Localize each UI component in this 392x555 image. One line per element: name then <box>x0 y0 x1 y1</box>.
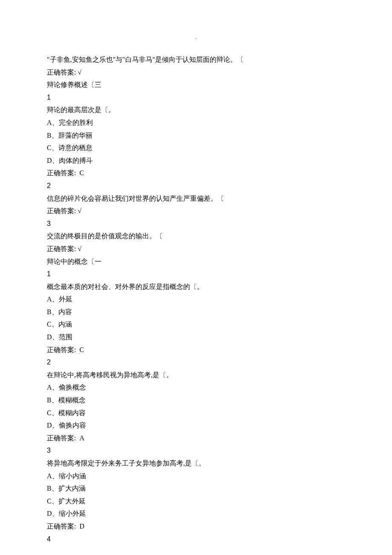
text-line: D、偷换内容 <box>47 419 345 432</box>
text-line: B、内容 <box>47 306 345 318</box>
text-line: 1 <box>47 268 345 280</box>
page-header-mark: . <box>47 34 345 40</box>
text-line: 正确答案: C <box>47 344 345 356</box>
text-line: A、外延 <box>47 293 345 306</box>
text-line: A、缩小内涵 <box>47 470 345 483</box>
text-line: 正确答案: √ <box>47 66 345 79</box>
text-line: A、完全的胜利 <box>47 116 345 129</box>
text-line: B、辞藻的华丽 <box>47 129 345 142</box>
text-line: 辩论中的概念〔一 <box>47 255 345 268</box>
document-page: . "子非鱼,安知鱼之乐也"与"白马非马"是倾向于认知层面的辩论。〔正确答案: … <box>0 0 392 555</box>
text-line: 辩论的最高层次是〔。 <box>47 104 345 116</box>
text-line: 将异地高考限定于外来务工子女异地参加高考,是〔。 <box>47 457 345 470</box>
text-line: 1 <box>47 91 345 104</box>
text-line: 辩论修养概述〔三 <box>47 78 345 91</box>
text-line: 2 <box>47 179 345 192</box>
text-line: C、模糊内容 <box>47 407 345 419</box>
text-line: 正确答案: A <box>47 432 345 445</box>
text-line: A、偷换概念 <box>47 381 345 394</box>
text-line: 信息的碎片化会容易让我们对世界的认知产生严重偏差。〔 <box>47 192 345 205</box>
text-line: 2 <box>47 356 345 369</box>
text-line: 正确答案: √ <box>47 205 345 217</box>
text-line: D、缩小外延 <box>47 507 345 520</box>
text-line: D、肉体的搏斗 <box>47 154 345 167</box>
text-line: 在辩论中,将高考移民视为异地高考,是〔。 <box>47 369 345 382</box>
text-line: 正确答案: C <box>47 167 345 179</box>
document-body: "子非鱼,安知鱼之乐也"与"白马非马"是倾向于认知层面的辩论。〔正确答案: √辩… <box>47 53 345 545</box>
text-line: C、诗意的栖息 <box>47 142 345 154</box>
text-line: 交流的终极目的是价值观念的输出。〔 <box>47 230 345 243</box>
text-line: 3 <box>47 217 345 230</box>
text-line: 3 <box>47 444 345 457</box>
text-line: D、范围 <box>47 331 345 344</box>
text-line: C、内涵 <box>47 318 345 331</box>
text-line: 概念最本质的对社会、对外界的反应是指概念的〔。 <box>47 280 345 293</box>
text-line: "子非鱼,安知鱼之乐也"与"白马非马"是倾向于认知层面的辩论。〔 <box>47 53 345 66</box>
text-line: 正确答案: √ <box>47 243 345 255</box>
text-line: B、模糊概念 <box>47 394 345 407</box>
text-line: 正确答案: D <box>47 520 345 533</box>
text-line: 4 <box>47 533 345 546</box>
text-line: B、扩大内涵 <box>47 482 345 495</box>
text-line: C、扩大外延 <box>47 495 345 508</box>
